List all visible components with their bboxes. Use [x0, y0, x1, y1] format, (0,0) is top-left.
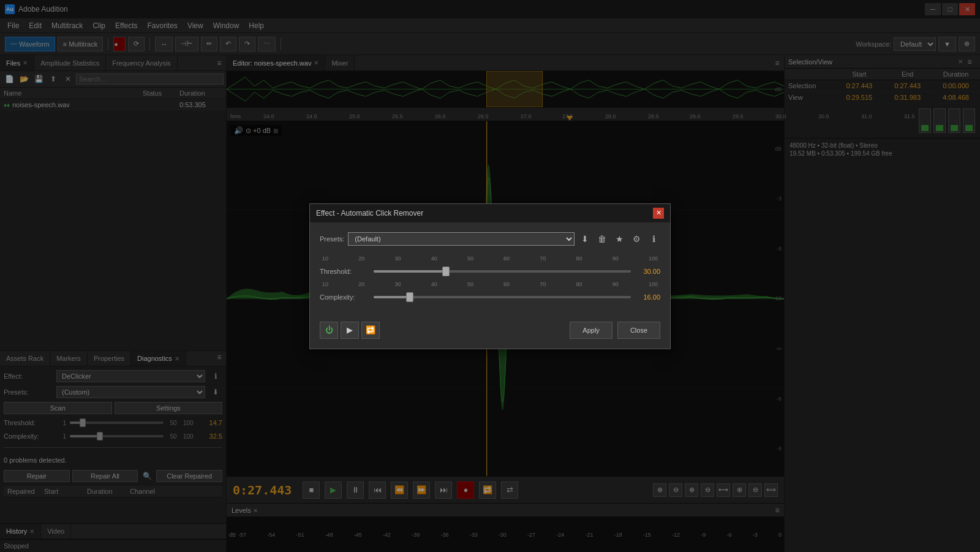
th-mark-30: 30 [394, 255, 401, 262]
modal-presets-label: Presets: [320, 235, 344, 243]
modal-play-btn[interactable]: ▶ [341, 322, 359, 339]
modal-presets-select[interactable]: (Default) [348, 232, 575, 246]
cx-mark-100: 100 [649, 281, 658, 287]
preset-favorite-btn[interactable]: ★ [612, 232, 626, 246]
th-mark-80: 80 [576, 255, 582, 262]
cx-mark-80: 80 [576, 281, 582, 287]
threshold-marks: 10 20 30 40 50 60 70 80 90 100 [320, 255, 660, 262]
modal-complexity-value: 16.00 [636, 293, 660, 301]
modal-title-bar: Effect - Automatic Click Remover ✕ [310, 204, 670, 222]
complexity-marks: 10 20 30 40 50 60 70 80 90 100 [320, 281, 660, 287]
modal-action-buttons: Apply Close [570, 322, 660, 339]
preset-delete-btn[interactable]: 🗑 [595, 232, 609, 246]
modal-overlay: Effect - Automatic Click Remover ✕ Prese… [0, 0, 980, 552]
modal-title: Effect - Automatic Click Remover [316, 209, 423, 217]
modal-complexity-label: Complexity: [320, 293, 369, 301]
preset-info-btn[interactable]: ℹ [647, 232, 660, 246]
cx-mark-60: 60 [503, 281, 510, 287]
modal-loop-btn[interactable]: 🔁 [361, 322, 380, 339]
effect-modal: Effect - Automatic Click Remover ✕ Prese… [309, 203, 671, 349]
th-mark-90: 90 [612, 255, 619, 262]
th-mark-40: 40 [431, 255, 437, 262]
cx-mark-90: 90 [612, 281, 619, 287]
modal-threshold-fill [374, 270, 446, 273]
th-mark-10: 10 [322, 255, 328, 262]
close-button[interactable]: Close [617, 322, 660, 339]
th-mark-60: 60 [503, 255, 510, 262]
cx-mark-70: 70 [540, 281, 546, 287]
modal-presets-row: Presets: (Default) ⬇ 🗑 ★ ⚙ ℹ [320, 232, 660, 246]
preset-save-btn[interactable]: ⬇ [578, 232, 592, 246]
modal-body: Presets: (Default) ⬇ 🗑 ★ ⚙ ℹ 10 20 30 40… [310, 222, 670, 317]
modal-transport-controls: ⏻ ▶ 🔁 [320, 322, 380, 339]
cx-mark-10: 10 [322, 281, 328, 287]
threshold-section: 10 20 30 40 50 60 70 80 90 100 Threshold… [320, 255, 660, 275]
cx-mark-50: 50 [467, 281, 473, 287]
th-mark-100: 100 [649, 255, 658, 262]
preset-settings-btn[interactable]: ⚙ [630, 232, 643, 246]
modal-complexity-track[interactable] [374, 296, 631, 298]
modal-power-btn[interactable]: ⏻ [320, 322, 338, 339]
modal-threshold-thumb[interactable] [442, 267, 450, 276]
modal-complexity-thumb[interactable] [406, 292, 413, 302]
modal-threshold-row: Threshold: 30.00 [320, 268, 660, 275]
complexity-section: 10 20 30 40 50 60 70 80 90 100 Complexit… [320, 281, 660, 301]
modal-footer: ⏻ ▶ 🔁 Apply Close [310, 317, 670, 349]
modal-threshold-track[interactable] [374, 270, 631, 273]
modal-threshold-label: Threshold: [320, 268, 369, 275]
modal-complexity-fill [374, 296, 410, 298]
cx-mark-20: 20 [358, 281, 364, 287]
cx-mark-30: 30 [394, 281, 401, 287]
modal-complexity-row: Complexity: 16.00 [320, 293, 660, 301]
th-mark-70: 70 [540, 255, 546, 262]
th-mark-20: 20 [358, 255, 364, 262]
cx-mark-40: 40 [431, 281, 437, 287]
modal-close-btn[interactable]: ✕ [653, 208, 664, 219]
apply-button[interactable]: Apply [570, 322, 612, 339]
modal-threshold-value: 30.00 [636, 268, 660, 275]
th-mark-50: 50 [467, 255, 473, 262]
